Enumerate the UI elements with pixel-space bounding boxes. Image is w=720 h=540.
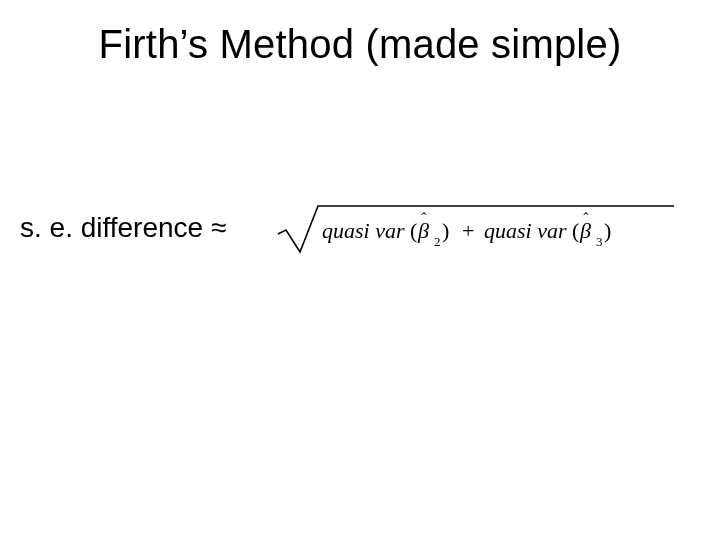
term1-sub: 2 [434, 234, 441, 249]
term2-rparen: ) [604, 218, 611, 243]
term1-quasi: quasi var [322, 218, 405, 243]
slide-title: Firth’s Method (made simple) [0, 22, 720, 67]
formula-row: s. e. difference ≈ quasi var ( ˆ β 2 ) +… [20, 200, 676, 256]
term2-beta: β [579, 218, 591, 243]
slide: Firth’s Method (made simple) s. e. diffe… [0, 0, 720, 540]
sqrt-formula: quasi var ( ˆ β 2 ) + quasi var ( ˆ β 3 … [276, 200, 676, 256]
term1-rparen: ) [442, 218, 449, 243]
se-difference-label: s. e. difference ≈ [20, 212, 226, 244]
term1-beta: β [417, 218, 429, 243]
term1-lparen: ( [410, 218, 417, 243]
plus-sign: + [462, 218, 474, 243]
term2-quasi: quasi var [484, 218, 567, 243]
term2-lparen: ( [572, 218, 579, 243]
sqrt-expression-svg: quasi var ( ˆ β 2 ) + quasi var ( ˆ β 3 … [276, 200, 676, 256]
term2-sub: 3 [596, 234, 603, 249]
